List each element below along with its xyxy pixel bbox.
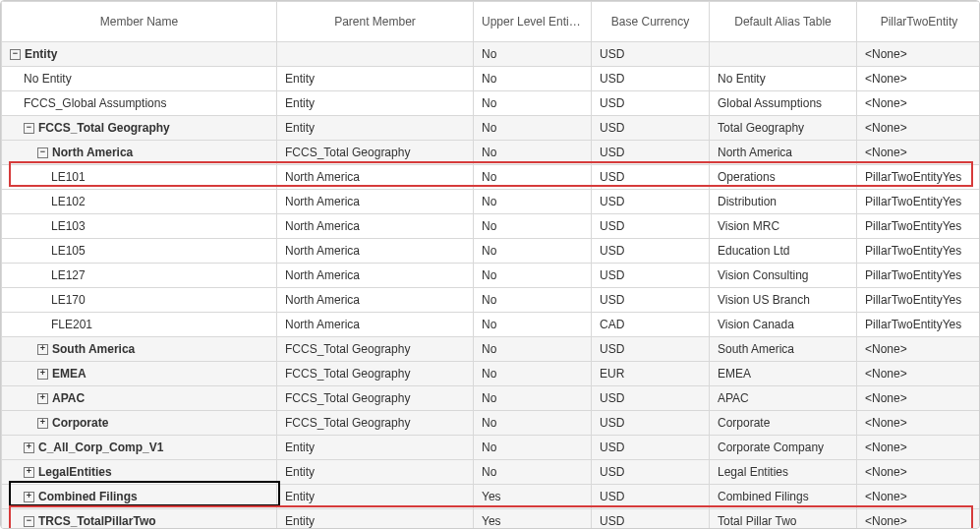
cell-upper[interactable]: No	[474, 190, 592, 214]
collapse-icon[interactable]: −	[24, 516, 34, 527]
cell-parent[interactable]: Entity	[277, 485, 474, 509]
cell-member-name[interactable]: +LegalEntities	[2, 460, 277, 485]
table-row[interactable]: +South AmericaFCCS_Total GeographyNoUSDS…	[2, 337, 981, 362]
cell-alias[interactable]: Vision US Branch	[710, 288, 857, 313]
cell-pillar[interactable]: PillarTwoEntityYes	[857, 313, 981, 337]
col-upper-level[interactable]: Upper Level Entity Input	[474, 2, 592, 42]
cell-parent[interactable]: North America	[277, 264, 474, 288]
cell-alias[interactable]: Global Assumptions	[710, 91, 857, 116]
table-row[interactable]: +Combined FilingsEntityYesUSDCombined Fi…	[2, 485, 981, 509]
col-pillar-two[interactable]: PillarTwoEntity	[857, 2, 981, 42]
cell-member-name[interactable]: LE105	[2, 239, 277, 264]
expand-icon[interactable]: +	[37, 369, 48, 380]
cell-currency[interactable]: CAD	[592, 313, 710, 337]
table-row[interactable]: LE101North AmericaNoUSDOperationsPillarT…	[2, 165, 981, 190]
cell-alias[interactable]: North America	[710, 141, 857, 165]
cell-alias[interactable]: Education Ltd	[710, 239, 857, 264]
table-row[interactable]: LE170North AmericaNoUSDVision US BranchP…	[2, 288, 981, 313]
table-row[interactable]: +EMEAFCCS_Total GeographyNoEUREMEA<None>	[2, 362, 981, 386]
cell-parent[interactable]: FCCS_Total Geography	[277, 141, 474, 165]
cell-pillar[interactable]: PillarTwoEntityYes	[857, 165, 981, 190]
cell-alias[interactable]: Distribution	[710, 190, 857, 214]
cell-parent[interactable]: Entity	[277, 116, 474, 141]
cell-alias[interactable]: EMEA	[710, 362, 857, 386]
cell-currency[interactable]: USD	[592, 42, 710, 67]
cell-currency[interactable]: EUR	[592, 362, 710, 386]
cell-pillar[interactable]: <None>	[857, 485, 981, 509]
cell-pillar[interactable]: <None>	[857, 91, 981, 116]
table-row[interactable]: No EntityEntityNoUSDNo Entity<None>	[2, 67, 981, 91]
cell-alias[interactable]: South America	[710, 337, 857, 362]
cell-alias[interactable]: Legal Entities	[710, 460, 857, 485]
cell-upper[interactable]: No	[474, 436, 592, 460]
table-row[interactable]: FCCS_Global AssumptionsEntityNoUSDGlobal…	[2, 91, 981, 116]
cell-pillar[interactable]: <None>	[857, 386, 981, 411]
cell-member-name[interactable]: No Entity	[2, 67, 277, 91]
cell-parent[interactable]: North America	[277, 239, 474, 264]
cell-parent[interactable]: Entity	[277, 460, 474, 485]
cell-currency[interactable]: USD	[592, 436, 710, 460]
cell-parent[interactable]: FCCS_Total Geography	[277, 337, 474, 362]
cell-upper[interactable]: No	[474, 141, 592, 165]
table-row[interactable]: LE127North AmericaNoUSDVision Consulting…	[2, 264, 981, 288]
cell-alias[interactable]: Combined Filings	[710, 485, 857, 509]
cell-parent[interactable]: Entity	[277, 91, 474, 116]
cell-member-name[interactable]: −Entity	[2, 42, 277, 67]
cell-parent[interactable]: Entity	[277, 67, 474, 91]
cell-pillar[interactable]: <None>	[857, 116, 981, 141]
cell-currency[interactable]: USD	[592, 288, 710, 313]
expand-icon[interactable]: +	[24, 467, 34, 478]
cell-alias[interactable]: Vision Canada	[710, 313, 857, 337]
table-row[interactable]: FLE201North AmericaNoCADVision CanadaPil…	[2, 313, 981, 337]
cell-currency[interactable]: USD	[592, 239, 710, 264]
cell-upper[interactable]: No	[474, 165, 592, 190]
table-row[interactable]: −TRCS_TotalPillarTwoEntityYesUSDTotal Pi…	[2, 509, 981, 530]
cell-currency[interactable]: USD	[592, 190, 710, 214]
cell-parent[interactable]: North America	[277, 165, 474, 190]
cell-parent[interactable]: Entity	[277, 436, 474, 460]
collapse-icon[interactable]: −	[10, 49, 21, 60]
cell-alias[interactable]: Total Geography	[710, 116, 857, 141]
cell-parent[interactable]: FCCS_Total Geography	[277, 411, 474, 436]
table-row[interactable]: +LegalEntitiesEntityNoUSDLegal Entities<…	[2, 460, 981, 485]
cell-upper[interactable]: No	[474, 42, 592, 67]
cell-pillar[interactable]: <None>	[857, 362, 981, 386]
table-row[interactable]: LE105North AmericaNoUSDEducation LtdPill…	[2, 239, 981, 264]
cell-upper[interactable]: Yes	[474, 485, 592, 509]
cell-currency[interactable]: USD	[592, 509, 710, 530]
collapse-icon[interactable]: −	[24, 123, 34, 134]
cell-pillar[interactable]: <None>	[857, 436, 981, 460]
cell-member-name[interactable]: +C_All_Corp_Comp_V1	[2, 436, 277, 460]
expand-icon[interactable]: +	[24, 442, 34, 453]
cell-pillar[interactable]: <None>	[857, 337, 981, 362]
cell-currency[interactable]: USD	[592, 214, 710, 239]
cell-member-name[interactable]: −North America	[2, 141, 277, 165]
cell-member-name[interactable]: LE170	[2, 288, 277, 313]
cell-pillar[interactable]: PillarTwoEntityYes	[857, 214, 981, 239]
cell-currency[interactable]: USD	[592, 141, 710, 165]
cell-upper[interactable]: No	[474, 337, 592, 362]
cell-currency[interactable]: USD	[592, 411, 710, 436]
cell-upper[interactable]: No	[474, 313, 592, 337]
cell-member-name[interactable]: +Corporate	[2, 411, 277, 436]
cell-parent[interactable]: FCCS_Total Geography	[277, 362, 474, 386]
cell-member-name[interactable]: FCCS_Global Assumptions	[2, 91, 277, 116]
cell-alias[interactable]	[710, 42, 857, 67]
cell-member-name[interactable]: FLE201	[2, 313, 277, 337]
expand-icon[interactable]: +	[37, 418, 48, 429]
cell-alias[interactable]: Total Pillar Two	[710, 509, 857, 530]
table-row[interactable]: −North AmericaFCCS_Total GeographyNoUSDN…	[2, 141, 981, 165]
table-row[interactable]: LE102North AmericaNoUSDDistributionPilla…	[2, 190, 981, 214]
cell-pillar[interactable]: PillarTwoEntityYes	[857, 264, 981, 288]
cell-parent[interactable]: North America	[277, 190, 474, 214]
cell-member-name[interactable]: +APAC	[2, 386, 277, 411]
cell-member-name[interactable]: −FCCS_Total Geography	[2, 116, 277, 141]
cell-upper[interactable]: Yes	[474, 509, 592, 530]
table-row[interactable]: −EntityNoUSD<None>	[2, 42, 981, 67]
cell-pillar[interactable]: PillarTwoEntityYes	[857, 190, 981, 214]
cell-upper[interactable]: No	[474, 386, 592, 411]
cell-currency[interactable]: USD	[592, 67, 710, 91]
cell-pillar[interactable]: <None>	[857, 509, 981, 530]
cell-member-name[interactable]: LE127	[2, 264, 277, 288]
cell-currency[interactable]: USD	[592, 165, 710, 190]
